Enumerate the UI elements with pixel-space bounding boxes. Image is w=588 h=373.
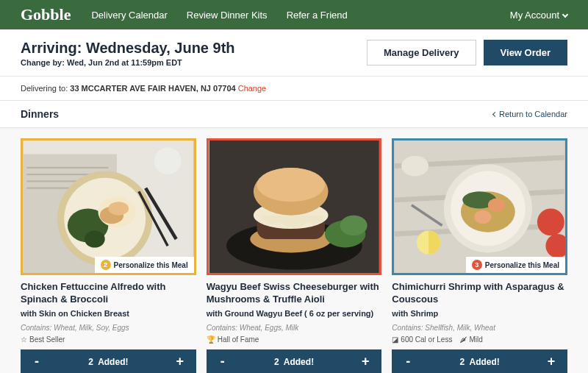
personalize-label: Personalize this Meal — [114, 261, 188, 269]
decrease-button[interactable]: - — [392, 354, 424, 369]
svg-point-34 — [475, 210, 492, 224]
meal-subtitle: with Shrimp — [392, 309, 567, 318]
personalize-count-badge: 2 — [101, 260, 111, 270]
nav-refer-friend[interactable]: Refer a Friend — [287, 10, 348, 21]
return-label: Return to Calendar — [499, 110, 567, 118]
meal-image[interactable] — [207, 138, 382, 275]
logo[interactable]: Gobble — [21, 5, 71, 24]
svg-point-11 — [108, 202, 129, 215]
food-photo-wagyu-burger — [209, 141, 380, 273]
quantity-control: - 2 Added! + — [21, 349, 196, 373]
meal-contains: Contains: Shellfish, Milk, Wheat — [392, 324, 567, 332]
change-address-link[interactable]: Change — [238, 84, 267, 93]
svg-point-13 — [154, 147, 182, 174]
increase-button[interactable]: + — [164, 354, 196, 369]
svg-point-22 — [257, 168, 324, 202]
chevron-left-icon — [492, 111, 498, 116]
nav-links: Delivery Calendar Review Dinner Kits Ref… — [91, 10, 347, 21]
personalize-meal-button[interactable]: 3 Personalize this Meal — [466, 257, 565, 273]
personalize-meal-button[interactable]: 2 Personalize this Meal — [95, 257, 194, 273]
meal-title: Chimichurri Shrimp with Asparagus & Cous… — [392, 281, 567, 306]
food-photo-shrimp-couscous — [394, 141, 565, 273]
address-bar: Delivering to: 33 MCCARTER AVE FAIR HAVE… — [0, 77, 588, 101]
meal-card: Wagyu Beef Swiss Cheeseburger with Mushr… — [207, 138, 382, 373]
address-value: 33 MCCARTER AVE FAIR HAVEN, NJ 07704 — [70, 84, 235, 93]
food-photo-chicken-fettuccine — [23, 141, 194, 273]
address-prefix: Delivering to: — [21, 84, 70, 93]
meal-subtitle: with Skin on Chicken Breast — [21, 309, 196, 318]
my-account-label: My Account — [510, 10, 559, 21]
meal-tags: 🏆 Hall of Fame — [207, 335, 382, 344]
decrease-button[interactable]: - — [207, 354, 239, 369]
manage-delivery-button[interactable]: Manage Delivery — [367, 40, 476, 65]
tag-low-cal: ◪ 600 Cal or Less — [392, 335, 452, 344]
meal-card: 3 Personalize this Meal Chimichurri Shri… — [392, 138, 567, 373]
quantity-control: - 2 Added! + — [207, 349, 382, 373]
tag-best-seller: ☆ Best Seller — [21, 335, 65, 344]
change-by-text: Change by: Wed, Jun 2nd at 11:59pm EDT — [21, 58, 235, 67]
meals-grid: 2 Personalize this Meal Chicken Fettucci… — [0, 128, 588, 373]
view-order-button[interactable]: View Order — [484, 40, 567, 65]
quantity-control: - 2 Added! + — [392, 349, 567, 373]
delivery-header: Arriving: Wednesday, June 9th Change by:… — [0, 29, 588, 77]
svg-point-38 — [401, 156, 429, 177]
return-to-calendar-link[interactable]: Return to Calendar — [493, 110, 567, 118]
meal-title: Chicken Fettuccine Alfredo with Spinach … — [21, 281, 196, 306]
increase-button[interactable]: + — [535, 354, 567, 369]
section-title: Dinners — [21, 108, 59, 120]
section-header: Dinners Return to Calendar — [0, 101, 588, 128]
nav-delivery-calendar[interactable]: Delivery Calendar — [91, 10, 167, 21]
top-nav: Gobble Delivery Calendar Review Dinner K… — [0, 0, 588, 29]
svg-point-35 — [537, 208, 564, 235]
quantity-display: 2 Added! — [424, 357, 535, 367]
quantity-display: 2 Added! — [53, 357, 164, 367]
ribbon-icon: ☆ — [21, 335, 27, 344]
quantity-display: 2 Added! — [239, 357, 350, 367]
calorie-icon: ◪ — [392, 335, 398, 344]
meal-image[interactable]: 3 Personalize this Meal — [392, 138, 567, 275]
meal-tags: ◪ 600 Cal or Less 🌶 Mild — [392, 335, 567, 344]
meal-subtitle: with Ground Wagyu Beef ( 6 oz per servin… — [207, 309, 382, 318]
meal-card: 2 Personalize this Meal Chicken Fettucci… — [21, 138, 196, 373]
svg-point-12 — [85, 230, 105, 247]
increase-button[interactable]: + — [349, 354, 381, 369]
tag-hall-of-fame: 🏆 Hall of Fame — [207, 335, 259, 344]
pepper-icon: 🌶 — [459, 335, 467, 344]
personalize-label: Personalize this Meal — [485, 261, 559, 269]
meal-title: Wagyu Beef Swiss Cheeseburger with Mushr… — [207, 281, 382, 306]
meal-image[interactable]: 2 Personalize this Meal — [21, 138, 196, 275]
decrease-button[interactable]: - — [21, 354, 53, 369]
personalize-count-badge: 3 — [472, 260, 482, 270]
my-account-dropdown[interactable]: My Account — [510, 10, 567, 21]
meal-contains: Contains: Wheat, Eggs, Milk — [207, 324, 382, 332]
arrival-title: Arriving: Wednesday, June 9th — [21, 40, 235, 57]
svg-point-33 — [488, 199, 505, 212]
meal-tags: ☆ Best Seller — [21, 335, 196, 344]
meal-contains: Contains: Wheat, Milk, Soy, Eggs — [21, 324, 196, 332]
chevron-down-icon — [562, 12, 568, 18]
trophy-icon: 🏆 — [207, 335, 215, 344]
svg-point-24 — [340, 216, 367, 236]
tag-mild: 🌶 Mild — [459, 335, 482, 344]
nav-review-kits[interactable]: Review Dinner Kits — [187, 10, 268, 21]
